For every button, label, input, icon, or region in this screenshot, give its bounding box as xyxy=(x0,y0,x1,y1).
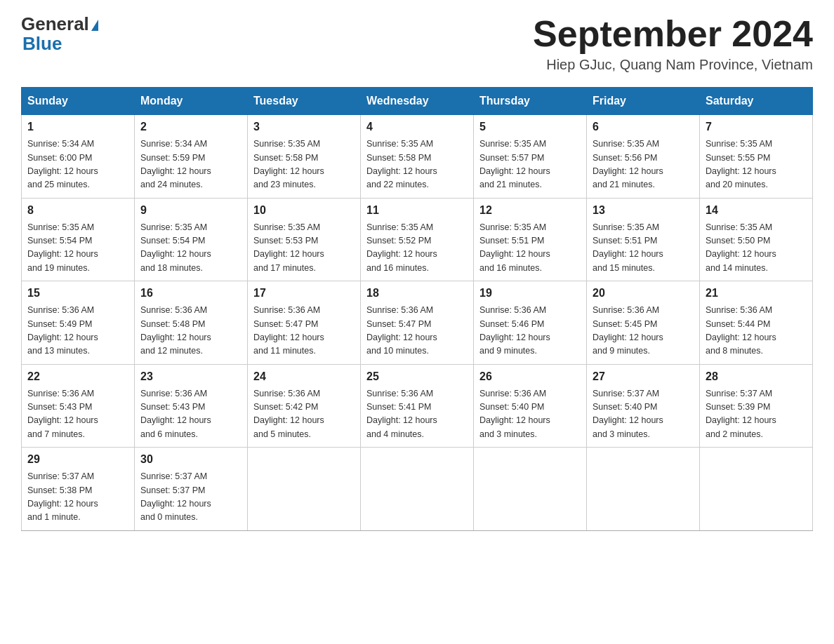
day-info: Sunrise: 5:35 AMSunset: 5:55 PMDaylight:… xyxy=(706,137,807,192)
day-number: 20 xyxy=(593,287,694,300)
day-info: Sunrise: 5:36 AMSunset: 5:47 PMDaylight:… xyxy=(253,304,355,358)
day-info: Sunrise: 5:36 AMSunset: 5:43 PMDaylight:… xyxy=(27,387,128,442)
logo-general: General xyxy=(21,13,89,34)
day-info: Sunrise: 5:35 AMSunset: 5:58 PMDaylight:… xyxy=(366,137,468,192)
day-number: 9 xyxy=(140,204,241,217)
day-number: 21 xyxy=(706,287,807,300)
day-info: Sunrise: 5:35 AMSunset: 5:51 PMDaylight:… xyxy=(593,221,694,276)
day-number: 27 xyxy=(593,370,694,383)
day-number: 22 xyxy=(27,370,128,383)
day-info: Sunrise: 5:36 AMSunset: 5:47 PMDaylight:… xyxy=(366,304,468,358)
day-info: Sunrise: 5:35 AMSunset: 5:54 PMDaylight:… xyxy=(140,221,241,276)
day-info: Sunrise: 5:35 AMSunset: 5:54 PMDaylight:… xyxy=(27,221,128,276)
calendar-week-row: 1Sunrise: 5:34 AMSunset: 6:00 PMDaylight… xyxy=(22,115,813,199)
day-number: 2 xyxy=(140,121,241,133)
table-row: 21Sunrise: 5:36 AMSunset: 5:44 PMDayligh… xyxy=(700,281,813,365)
day-info: Sunrise: 5:37 AMSunset: 5:39 PMDaylight:… xyxy=(706,387,807,442)
table-row: 26Sunrise: 5:36 AMSunset: 5:40 PMDayligh… xyxy=(474,364,587,448)
day-number: 24 xyxy=(253,370,355,383)
day-number: 15 xyxy=(27,287,128,300)
title-area: September 2024 Hiep GJuc, Quang Nam Prov… xyxy=(533,14,813,73)
table-row: 17Sunrise: 5:36 AMSunset: 5:47 PMDayligh… xyxy=(248,281,361,365)
day-number: 7 xyxy=(706,121,807,133)
day-number: 23 xyxy=(140,370,241,383)
table-row: 28Sunrise: 5:37 AMSunset: 5:39 PMDayligh… xyxy=(700,364,813,448)
table-row: 4Sunrise: 5:35 AMSunset: 5:58 PMDaylight… xyxy=(361,115,474,199)
day-info: Sunrise: 5:35 AMSunset: 5:51 PMDaylight:… xyxy=(479,221,581,276)
table-row: 6Sunrise: 5:35 AMSunset: 5:56 PMDaylight… xyxy=(587,115,700,199)
day-number: 6 xyxy=(593,121,694,133)
day-number: 12 xyxy=(479,204,581,217)
day-number: 17 xyxy=(253,287,355,300)
calendar-header-row: Sunday Monday Tuesday Wednesday Thursday… xyxy=(22,88,813,115)
day-number: 26 xyxy=(479,370,581,383)
table-row: 18Sunrise: 5:36 AMSunset: 5:47 PMDayligh… xyxy=(361,281,474,365)
table-row: 11Sunrise: 5:35 AMSunset: 5:52 PMDayligh… xyxy=(361,198,474,281)
day-number: 19 xyxy=(479,287,581,300)
table-row: 19Sunrise: 5:36 AMSunset: 5:46 PMDayligh… xyxy=(474,281,587,365)
table-row: 15Sunrise: 5:36 AMSunset: 5:49 PMDayligh… xyxy=(22,281,135,365)
day-number: 11 xyxy=(366,204,468,217)
day-info: Sunrise: 5:36 AMSunset: 5:46 PMDaylight:… xyxy=(479,304,581,358)
table-row xyxy=(248,448,361,531)
table-row: 9Sunrise: 5:35 AMSunset: 5:54 PMDaylight… xyxy=(135,198,248,281)
day-number: 30 xyxy=(140,453,241,466)
table-row: 24Sunrise: 5:36 AMSunset: 5:42 PMDayligh… xyxy=(248,364,361,448)
day-info: Sunrise: 5:35 AMSunset: 5:52 PMDaylight:… xyxy=(366,221,468,276)
page-header: General Blue September 2024 Hiep GJuc, Q… xyxy=(21,14,813,73)
day-info: Sunrise: 5:35 AMSunset: 5:57 PMDaylight:… xyxy=(479,137,581,192)
day-info: Sunrise: 5:36 AMSunset: 5:45 PMDaylight:… xyxy=(593,304,694,358)
table-row: 30Sunrise: 5:37 AMSunset: 5:37 PMDayligh… xyxy=(135,448,248,531)
day-info: Sunrise: 5:34 AMSunset: 6:00 PMDaylight:… xyxy=(27,137,128,192)
table-row: 7Sunrise: 5:35 AMSunset: 5:55 PMDaylight… xyxy=(700,115,813,199)
day-number: 3 xyxy=(253,121,355,133)
day-info: Sunrise: 5:35 AMSunset: 5:56 PMDaylight:… xyxy=(593,137,694,192)
col-saturday: Saturday xyxy=(700,88,813,115)
col-tuesday: Tuesday xyxy=(248,88,361,115)
day-number: 8 xyxy=(27,204,128,217)
day-number: 29 xyxy=(27,453,128,466)
table-row: 23Sunrise: 5:36 AMSunset: 5:43 PMDayligh… xyxy=(135,364,248,448)
day-number: 10 xyxy=(253,204,355,217)
location-text: Hiep GJuc, Quang Nam Province, Vietnam xyxy=(533,57,813,73)
day-info: Sunrise: 5:35 AMSunset: 5:58 PMDaylight:… xyxy=(253,137,355,192)
day-number: 1 xyxy=(27,121,128,133)
table-row xyxy=(587,448,700,531)
table-row: 5Sunrise: 5:35 AMSunset: 5:57 PMDaylight… xyxy=(474,115,587,199)
calendar-week-row: 22Sunrise: 5:36 AMSunset: 5:43 PMDayligh… xyxy=(22,364,813,448)
logo-blue: Blue xyxy=(22,33,62,54)
day-number: 4 xyxy=(366,121,468,133)
table-row: 1Sunrise: 5:34 AMSunset: 6:00 PMDaylight… xyxy=(22,115,135,199)
calendar-table: Sunday Monday Tuesday Wednesday Thursday… xyxy=(21,87,813,531)
day-number: 28 xyxy=(706,370,807,383)
month-title: September 2024 xyxy=(533,14,813,54)
day-number: 14 xyxy=(706,204,807,217)
day-info: Sunrise: 5:36 AMSunset: 5:43 PMDaylight:… xyxy=(140,387,241,442)
table-row: 8Sunrise: 5:35 AMSunset: 5:54 PMDaylight… xyxy=(22,198,135,281)
day-info: Sunrise: 5:37 AMSunset: 5:37 PMDaylight:… xyxy=(140,470,241,525)
col-thursday: Thursday xyxy=(474,88,587,115)
day-number: 5 xyxy=(479,121,581,133)
day-info: Sunrise: 5:36 AMSunset: 5:40 PMDaylight:… xyxy=(479,387,581,442)
table-row: 10Sunrise: 5:35 AMSunset: 5:53 PMDayligh… xyxy=(248,198,361,281)
table-row: 25Sunrise: 5:36 AMSunset: 5:41 PMDayligh… xyxy=(361,364,474,448)
col-sunday: Sunday xyxy=(22,88,135,115)
table-row: 13Sunrise: 5:35 AMSunset: 5:51 PMDayligh… xyxy=(587,198,700,281)
table-row xyxy=(361,448,474,531)
day-info: Sunrise: 5:34 AMSunset: 5:59 PMDaylight:… xyxy=(140,137,241,192)
day-number: 13 xyxy=(593,204,694,217)
day-info: Sunrise: 5:37 AMSunset: 5:40 PMDaylight:… xyxy=(593,387,694,442)
table-row: 29Sunrise: 5:37 AMSunset: 5:38 PMDayligh… xyxy=(22,448,135,531)
table-row: 14Sunrise: 5:35 AMSunset: 5:50 PMDayligh… xyxy=(700,198,813,281)
table-row: 2Sunrise: 5:34 AMSunset: 5:59 PMDaylight… xyxy=(135,115,248,199)
col-monday: Monday xyxy=(135,88,248,115)
calendar-week-row: 29Sunrise: 5:37 AMSunset: 5:38 PMDayligh… xyxy=(22,448,813,531)
table-row xyxy=(700,448,813,531)
day-number: 16 xyxy=(140,287,241,300)
table-row xyxy=(474,448,587,531)
table-row: 22Sunrise: 5:36 AMSunset: 5:43 PMDayligh… xyxy=(22,364,135,448)
day-number: 18 xyxy=(366,287,468,300)
day-info: Sunrise: 5:36 AMSunset: 5:49 PMDaylight:… xyxy=(27,304,128,358)
col-wednesday: Wednesday xyxy=(361,88,474,115)
day-info: Sunrise: 5:37 AMSunset: 5:38 PMDaylight:… xyxy=(27,470,128,525)
